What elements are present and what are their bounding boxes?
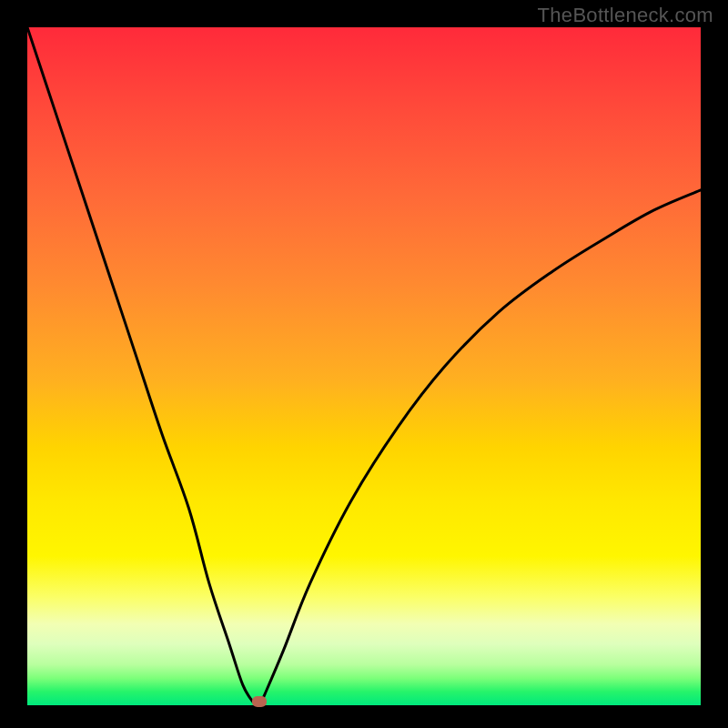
bottleneck-marker [252,696,267,707]
curve-left [27,27,253,702]
watermark-text: TheBottleneck.com [538,4,713,27]
plot-area [27,27,701,705]
curve-right [263,190,701,699]
bottleneck-curve [27,27,701,705]
chart-frame: TheBottleneck.com [0,0,728,728]
